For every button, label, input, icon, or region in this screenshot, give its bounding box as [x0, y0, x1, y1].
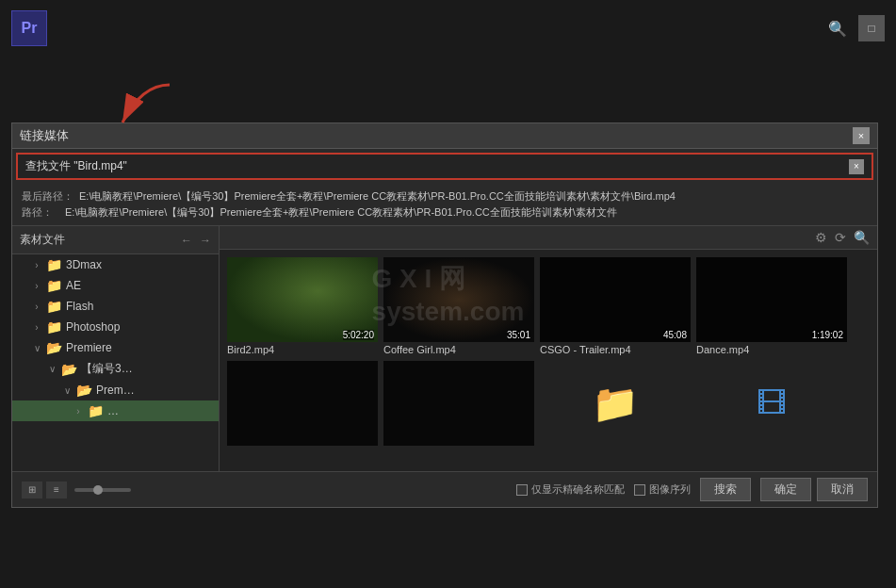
tree-label: AE — [66, 279, 81, 292]
top-right-controls: 🔍 □ — [824, 15, 885, 41]
folder-large-icon: 📁 — [592, 382, 639, 426]
tree-arrow: › — [31, 322, 42, 333]
tree-item-sub[interactable]: › 📁 … — [12, 400, 219, 421]
search-button[interactable]: 搜索 — [700, 478, 751, 501]
right-panel: ⚙ ⟳ 🔍 5:02:20 Bird2.mp4 35:01 Coff — [220, 226, 877, 471]
tree-arrow: › — [31, 281, 42, 291]
exact-match-checkbox[interactable] — [516, 484, 528, 496]
file-item-row2b[interactable] — [383, 361, 534, 448]
tree-item-3dmax[interactable]: › 📁 3Dmax — [12, 254, 219, 275]
file-item-coffee[interactable]: 35:01 Coffee Girl.mp4 — [383, 257, 534, 355]
path-row: 路径： E:\电脑教程\Premiere\【编号30】Premiere全套+教程… — [22, 205, 868, 220]
tree-item-photoshop[interactable]: › 📁 Photoshop — [12, 317, 219, 337]
file-name: Dance.mp4 — [696, 344, 749, 355]
file-item-dance[interactable]: 1:19:02 Dance.mp4 — [696, 257, 847, 355]
search-files-icon[interactable]: 🔍 — [854, 230, 870, 245]
folder-icon: 📂 — [46, 340, 62, 355]
file-item-csgo[interactable]: 45:08 CSGO - Trailer.mp4 — [540, 257, 691, 355]
search-bar[interactable]: 查找文件 "Bird.mp4" × — [16, 153, 873, 180]
file-thumb-row2b — [383, 361, 534, 446]
folder-icon: 📂 — [61, 362, 77, 377]
folder-icon: 📂 — [76, 383, 92, 398]
size-slider-thumb — [93, 485, 103, 495]
link-media-dialog: 链接媒体 × 查找文件 "Bird.mp4" × 最后路径： E:\电脑教程\P… — [11, 122, 878, 508]
file-name: Coffee Girl.mp4 — [383, 344, 456, 355]
window-button[interactable]: □ — [858, 15, 885, 41]
ok-button[interactable]: 确定 — [760, 478, 811, 501]
folder-icon: 📁 — [88, 403, 104, 418]
filter-icon[interactable]: ⚙ — [815, 230, 827, 245]
tree-item-flash[interactable]: › 📁 Flash — [12, 296, 219, 317]
tree-item-bianhao[interactable]: ∨ 📂 【编号3… — [12, 358, 219, 380]
tree-label: … — [107, 404, 119, 417]
tree-arrow: › — [73, 406, 84, 416]
last-path-value: E:\电脑教程\Premiere\【编号30】Premiere全套+教程\Pre… — [79, 189, 676, 204]
path-value: E:\电脑教程\Premiere\【编号30】Premiere全套+教程\Pre… — [65, 205, 617, 220]
tree-label: Prem… — [96, 384, 135, 397]
list-view-button[interactable]: ≡ — [46, 482, 67, 498]
tree-arrow: ∨ — [61, 385, 73, 396]
left-panel: 素材文件 ← → › 📁 3Dmax › 📁 AE › 📁 Flash › — [12, 226, 220, 471]
arrow-annotation — [94, 75, 207, 154]
thumb-duration: 1:19:02 — [812, 330, 843, 340]
app-logo: Pr — [11, 10, 47, 46]
path-label: 路径： — [22, 205, 59, 220]
search-text: 查找文件 "Bird.mp4" — [25, 158, 849, 174]
tree-arrow: › — [31, 302, 42, 312]
film-icon: 🎞 — [757, 386, 787, 421]
left-panel-header: 素材文件 ← → — [12, 226, 219, 254]
thumb-duration: 5:02:20 — [343, 330, 374, 340]
grid-view-button[interactable]: ⊞ — [22, 482, 42, 498]
file-name: Bird2.mp4 — [227, 344, 274, 355]
folder-icon: 📁 — [46, 278, 62, 293]
file-thumb-dance: 1:19:02 — [696, 257, 847, 342]
search-close-button[interactable]: × — [849, 159, 864, 174]
tree-arrow: › — [31, 260, 42, 270]
file-item-film[interactable]: 🎞 — [696, 361, 847, 448]
file-thumb-film: 🎞 — [696, 361, 847, 446]
button-row: 搜索 — [700, 478, 751, 501]
tree-item-premiere[interactable]: ∨ 📂 Premiere — [12, 337, 219, 358]
tree-label: Flash — [66, 300, 93, 313]
file-browser: 素材文件 ← → › 📁 3Dmax › 📁 AE › 📁 Flash › — [12, 226, 877, 471]
right-panel-header: ⚙ ⟳ 🔍 — [220, 226, 877, 250]
panel-arrow-right[interactable]: → — [200, 234, 211, 247]
size-slider[interactable] — [74, 488, 131, 492]
cancel-button[interactable]: 取消 — [817, 478, 868, 501]
image-sequence-label: 图像序列 — [649, 482, 691, 497]
file-thumb-csgo: 45:08 — [540, 257, 691, 342]
folder-icon: 📁 — [46, 299, 62, 314]
folder-icon: 📁 — [46, 319, 62, 335]
tree-label: Premiere — [66, 341, 112, 354]
tree-arrow: ∨ — [46, 364, 57, 374]
path-info: 最后路径： E:\电脑教程\Premiere\【编号30】Premiere全套+… — [12, 184, 877, 226]
tree-label: Photoshop — [66, 320, 120, 334]
folder-icon: 📁 — [46, 257, 62, 272]
refresh-icon[interactable]: ⟳ — [835, 230, 846, 245]
ok-cancel-row: 确定 取消 — [760, 478, 868, 501]
panel-arrow-left[interactable]: ← — [181, 234, 192, 247]
tree-item-prem[interactable]: ∨ 📂 Prem… — [12, 380, 219, 400]
file-thumb-bird2: 5:02:20 — [227, 257, 378, 342]
dialog-title: 链接媒体 — [20, 127, 69, 144]
file-item-bird2[interactable]: 5:02:20 Bird2.mp4 — [227, 257, 378, 355]
search-icon[interactable]: 🔍 — [824, 15, 851, 41]
file-grid: 5:02:20 Bird2.mp4 35:01 Coffee Girl.mp4 … — [220, 250, 877, 455]
image-sequence-checkbox[interactable] — [634, 484, 645, 496]
panel-title: 素材文件 — [20, 232, 173, 248]
file-item-folder[interactable]: 📁 — [540, 361, 691, 448]
top-bar: Pr 🔍 □ — [0, 0, 896, 57]
tree-label: 【编号3… — [81, 361, 133, 377]
exact-match-label: 仅显示精确名称匹配 — [531, 482, 625, 497]
file-thumb-row2a — [227, 361, 378, 446]
image-sequence-group: 图像序列 — [634, 482, 691, 497]
dialog-close-button[interactable]: × — [853, 127, 870, 144]
bottom-bar: ⊞ ≡ 仅显示精确名称匹配 图像序列 搜索 确定 取消 — [12, 471, 877, 507]
tree-label: 3Dmax — [66, 258, 102, 271]
last-path-label: 最后路径： — [22, 189, 73, 204]
tree-arrow: ∨ — [31, 343, 42, 353]
file-item-row2a[interactable] — [227, 361, 378, 448]
file-thumb-coffee: 35:01 — [383, 257, 534, 342]
tree-item-ae[interactable]: › 📁 AE — [12, 275, 219, 296]
bottom-right: 仅显示精确名称匹配 图像序列 搜索 确定 取消 — [516, 478, 868, 501]
